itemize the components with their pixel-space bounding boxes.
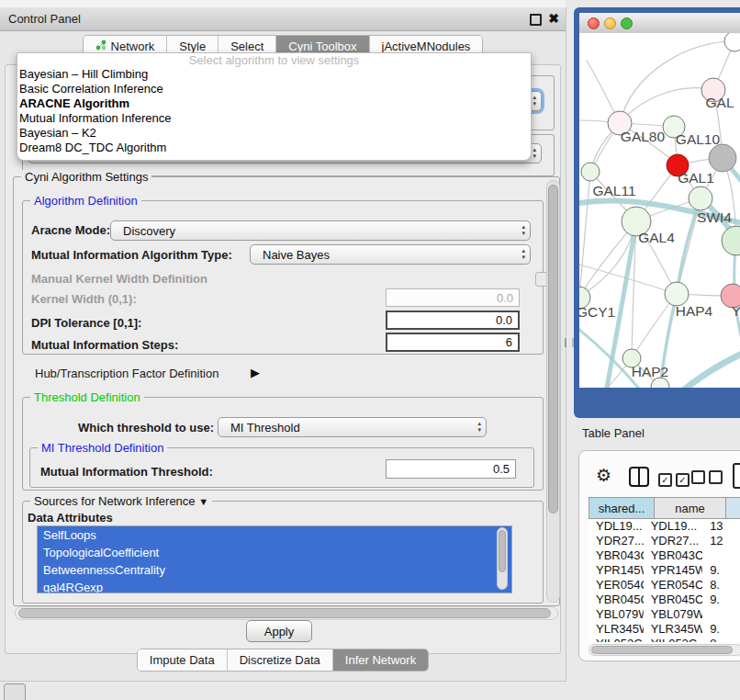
table-cell: [702, 607, 740, 622]
attributes-scrollbar[interactable]: [497, 527, 508, 590]
table-cell: YBR045C: [644, 593, 702, 607]
tab-label: Select: [230, 40, 263, 53]
close-window-icon[interactable]: [588, 17, 600, 29]
aracne-mode-value: Discovery: [123, 224, 175, 238]
float-window-icon[interactable]: [530, 14, 542, 26]
tab-label: Cyni Toolbox: [288, 40, 356, 53]
tab-label: Style: [179, 40, 206, 53]
threshold-definition-title: Threshold Definition: [30, 390, 144, 404]
minimize-window-icon[interactable]: [604, 17, 616, 29]
mi-steps-field[interactable]: 6: [386, 333, 520, 352]
column-header-name[interactable]: name: [655, 497, 726, 519]
algorithm-option-dream8-dc-tdc-algorithm[interactable]: Dream8 DC_TDC Algorithm: [17, 141, 531, 155]
which-threshold-value: MI Threshold: [230, 421, 300, 435]
network-canvas[interactable]: GALGAL80GAL10GAL1GAL11SWI4GAL4GCY1HAP4YH…: [579, 33, 740, 388]
column-header-clipped[interactable]: [726, 497, 740, 519]
algorithm-option-bayesian-k2[interactable]: Bayesian – K2: [17, 126, 531, 141]
table-cell: 12: [702, 534, 740, 548]
table-cell: YLR345W: [644, 622, 702, 637]
attribute-item-betweennesscentrality[interactable]: BetweennessCentrality: [38, 561, 511, 579]
mi-threshold-title: MI Threshold Definition: [38, 441, 167, 455]
table-rows: YDL19...YDL19...13YDR27...YDR27...12YBR0…: [589, 519, 740, 642]
new-table-icon[interactable]: [733, 463, 740, 489]
dpi-tolerance-value: 0.0: [496, 313, 512, 327]
combo-stepper-icon: ▴▾: [533, 94, 536, 107]
table-cell: 13: [702, 519, 740, 534]
table-cell: 9.: [702, 593, 740, 607]
algorithm-option-basic-correlation-inference[interactable]: Basic Correlation Inference: [17, 82, 531, 96]
node-label-gal4: GAL4: [638, 230, 675, 245]
node-label-swi4: SWI4: [697, 209, 732, 225]
table-row[interactable]: YDL19...YDL19...13: [589, 519, 740, 534]
table-cell: 8.: [702, 637, 740, 642]
table-row[interactable]: YPR145WYPR145W9.: [589, 563, 740, 578]
aracne-mode-combo[interactable]: Discovery ▴▾: [110, 220, 531, 241]
table-row[interactable]: YLR345WYLR345W9.: [589, 622, 740, 637]
algorithm-option-mutual-information-inference[interactable]: Mutual Information Inference: [17, 111, 531, 126]
dpi-tolerance-field[interactable]: 0.0: [386, 310, 520, 330]
mi-type-combo[interactable]: Naive Bayes ▴▾: [250, 244, 531, 265]
table-cell: YBR043C: [644, 548, 702, 563]
table-cell: YLR345W: [589, 622, 644, 637]
network-view-window: GALGAL80GAL10GAL1GAL11SWI4GAL4GCY1HAP4YH…: [574, 7, 740, 418]
which-threshold-label: Which threshold to use:: [78, 421, 214, 435]
close-panel-icon[interactable]: ✖: [548, 11, 559, 26]
network-node[interactable]: [581, 163, 600, 181]
dpi-tolerance-label: DPI Tolerance [0,1]:: [31, 316, 141, 330]
sources-title: Sources for Network Inference ▼: [30, 494, 212, 508]
mi-threshold-field[interactable]: 0.5: [386, 459, 516, 479]
screen: Control Panel ✖ NetworkStyleSelectCyni T…: [0, 0, 740, 700]
node-label-gal11: GAL11: [592, 183, 635, 198]
attribute-item-gal4rgexp[interactable]: gal4RGexp: [38, 579, 511, 593]
select-all-checkboxes-icon[interactable]: ✓✓: [658, 470, 690, 487]
collapse-down-triangle-icon[interactable]: ▼: [198, 496, 208, 507]
kernel-width-field[interactable]: 0.0: [386, 288, 520, 307]
table-row[interactable]: YBR043CYBR043C: [589, 548, 740, 563]
table-cell: YBL079W: [644, 607, 702, 622]
tab-label: Discretize Data: [240, 653, 320, 667]
algorithm-option-aracne-algorithm[interactable]: ARACNE Algorithm: [17, 96, 531, 111]
tab-discretize-data[interactable]: Discretize Data: [227, 649, 332, 671]
gear-icon[interactable]: ⚙: [596, 465, 611, 486]
attribute-item-topologicalcoefficient[interactable]: TopologicalCoefficient: [38, 544, 511, 561]
table-cell: YPR145W: [589, 563, 644, 578]
table-row[interactable]: YIL052CYIL052C8.: [589, 637, 740, 642]
table-row[interactable]: YBR045CYBR045C9.: [589, 593, 740, 607]
combo-stepper-icon: ▴▾: [521, 247, 525, 260]
network-window-titlebar[interactable]: [579, 13, 740, 34]
table-cell: YER054C: [644, 578, 702, 593]
attribute-item-selfloops[interactable]: SelfLoops: [38, 526, 511, 544]
apply-button[interactable]: Apply: [246, 620, 312, 642]
expand-right-triangle-icon[interactable]: ▶: [251, 366, 260, 379]
bottom-tabs: Impute DataDiscretize DataInfer Network: [137, 649, 429, 672]
network-node[interactable]: [709, 144, 736, 172]
column-header-shared[interactable]: shared...: [589, 497, 655, 519]
maximize-window-icon[interactable]: [621, 17, 633, 29]
table-cell: 8.: [702, 578, 740, 593]
table-row[interactable]: YER054CYER054C8.: [589, 578, 740, 593]
settings-vertical-scrollbar[interactable]: [546, 180, 560, 603]
table-header: shared...name: [589, 497, 740, 519]
table-cell: YDL19...: [644, 519, 702, 534]
network-node[interactable]: [724, 33, 740, 51]
which-threshold-combo[interactable]: MI Threshold ▴▾: [218, 417, 487, 437]
deselect-all-checkboxes-icon[interactable]: [691, 470, 723, 488]
minimized-panel-button[interactable]: [4, 683, 26, 700]
tab-impute-data[interactable]: Impute Data: [138, 649, 227, 671]
network-icon: [95, 40, 107, 53]
network-graph: GALGAL80GAL10GAL1GAL11SWI4GAL4GCY1HAP4YH…: [579, 33, 740, 388]
settings-horizontal-scrollbar[interactable]: [15, 606, 558, 620]
table-horizontal-scrollbar[interactable]: [589, 644, 740, 656]
splitter-grip[interactable]: [565, 338, 574, 347]
table-row[interactable]: YBL079WYBL079W: [589, 607, 740, 622]
tab-infer-network[interactable]: Infer Network: [332, 649, 428, 671]
mi-type-label: Mutual Information Algorithm Type:: [31, 248, 232, 262]
algorithm-dropdown-popup: Select algorithm to view settings Bayesi…: [17, 52, 532, 161]
network-node[interactable]: [689, 186, 712, 210]
algorithm-option-bayesian-hill-climbing[interactable]: Bayesian – Hill Climbing: [17, 67, 531, 82]
table-cell: YBL079W: [589, 607, 644, 622]
node-label-gal10: GAL10: [676, 131, 721, 147]
split-columns-icon[interactable]: [629, 467, 649, 487]
table-row[interactable]: YDR27...YDR27...12: [589, 534, 740, 548]
network-node[interactable]: [722, 226, 740, 255]
